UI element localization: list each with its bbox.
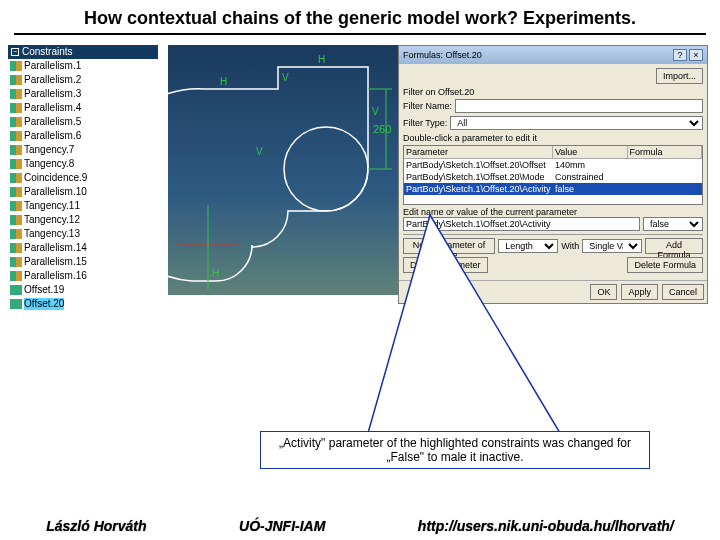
svg-marker-12 — [368, 215, 560, 433]
footer-url[interactable]: http://users.nik.uni-obuda.hu/lhorvath/ — [418, 518, 674, 534]
footer: László Horváth UÓ-JNFI-IAM http://users.… — [0, 518, 720, 534]
callout-connector — [0, 35, 720, 465]
callout-box: „Activity" parameter of the highlighted … — [260, 431, 650, 469]
footer-org: UÓ-JNFI-IAM — [239, 518, 325, 534]
footer-author: László Horváth — [46, 518, 146, 534]
stage: − Constraints Parallelism.1Parallelism.2… — [0, 35, 720, 455]
page-title: How contextual chains of the generic mod… — [14, 0, 706, 35]
